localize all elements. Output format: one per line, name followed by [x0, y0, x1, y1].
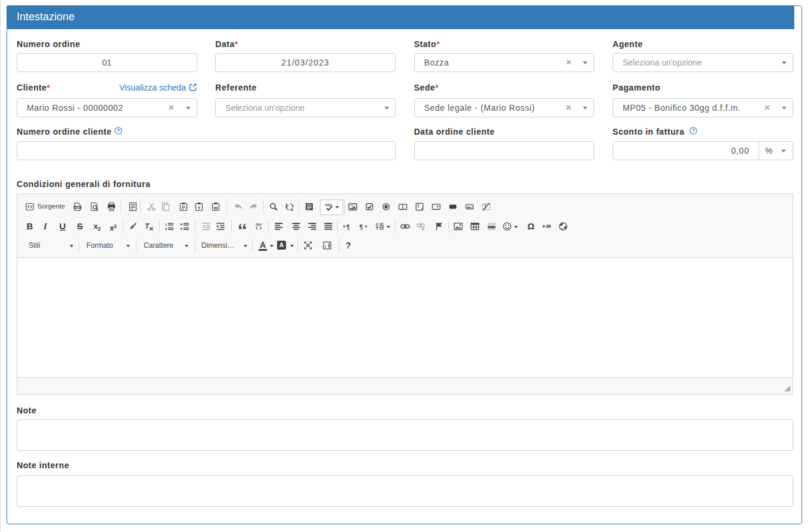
svg-text:¶: ¶	[346, 223, 350, 230]
svg-text:DIV: DIV	[256, 222, 262, 226]
svg-text:?: ?	[691, 127, 694, 133]
svg-text:T: T	[145, 222, 150, 231]
svg-text:1: 1	[165, 222, 167, 226]
svg-text:T: T	[197, 206, 200, 211]
svg-text:W: W	[213, 206, 218, 211]
svg-text:PDF: PDF	[74, 206, 80, 209]
svg-text:¶: ¶	[359, 223, 363, 230]
svg-text:2: 2	[165, 227, 167, 231]
svg-text:?: ?	[117, 127, 120, 133]
